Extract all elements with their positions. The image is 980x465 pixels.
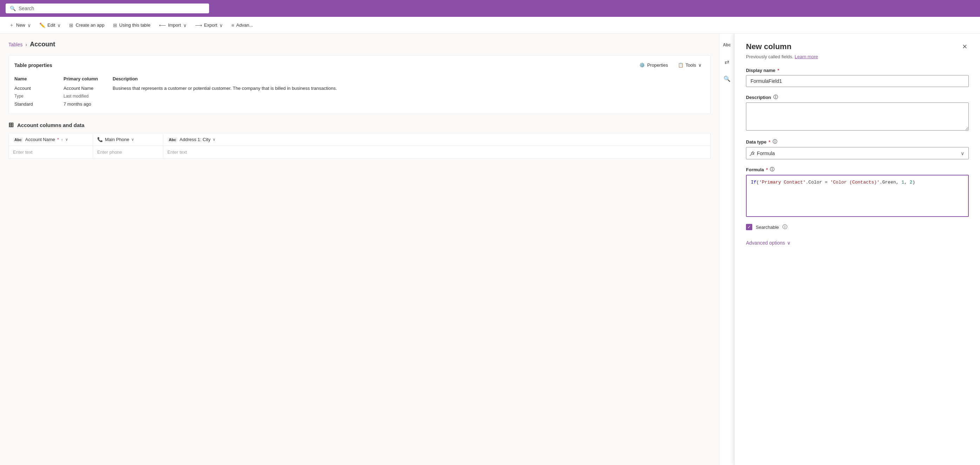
table-row: Standard 7 months ago (14, 100, 705, 108)
tools-button[interactable]: 📋 Tools ∨ (675, 61, 705, 69)
plus-icon: ＋ (9, 22, 14, 29)
panel-subtitle: Previously called fields. Learn more (746, 54, 969, 59)
edit-button[interactable]: ✏️ Edit ∨ (36, 20, 64, 30)
data-type-group: Data type * ⓘ 𝑓𝑥 Formula ∨ (746, 139, 969, 159)
icon-sidebar: Abc ⇄ 🔍 (719, 34, 734, 465)
formula-required: * (766, 167, 768, 172)
formula-editor[interactable]: If('Primary Contact'.Color = 'Color (Con… (746, 175, 969, 217)
col-header-name: Name (14, 75, 64, 84)
cell-enter-text-2[interactable]: Enter text (163, 146, 711, 159)
main-content: Tables › Account Table properties ⚙️ Pro… (0, 34, 980, 465)
searchable-group: ✓ Searchable ⓘ (746, 224, 969, 230)
sort-icon[interactable]: ↑ (61, 138, 63, 142)
row1-primary: Account Name (64, 84, 113, 92)
row3-standard: Standard (14, 100, 64, 108)
formula-text: If('Primary Contact'.Color = 'Color (Con… (751, 180, 915, 185)
import-button[interactable]: ⟵ Import ∨ (156, 20, 190, 30)
phone-icon: 📞 (97, 137, 103, 142)
col-account-name-label: Account Name (25, 137, 55, 142)
data-type-label: Data type * ⓘ (746, 139, 969, 145)
formula-info-icon[interactable]: ⓘ (770, 166, 775, 173)
cell-enter-phone[interactable]: Enter phone (93, 146, 163, 159)
grid-icon: ⊞ (69, 22, 73, 28)
advanced-options-label: Advanced options (746, 240, 785, 246)
required-indicator: * (57, 137, 59, 142)
close-button[interactable]: ✕ (961, 42, 969, 51)
advanced-icon: ≡ (231, 22, 234, 28)
col-header-description: Description (113, 75, 705, 84)
description-input[interactable] (746, 102, 969, 131)
table-properties-card: Table properties ⚙️ Properties 📋 Tools ∨ (8, 55, 711, 114)
abc-badge-2: Abc (167, 137, 178, 142)
export-chevron-icon: ∨ (219, 22, 223, 28)
searchable-checkbox[interactable]: ✓ (746, 224, 752, 230)
cell-enter-text-1[interactable]: Enter text (9, 146, 93, 159)
searchable-info-icon[interactable]: ⓘ (783, 224, 788, 230)
sidebar-abc-icon[interactable]: Abc (721, 39, 733, 51)
row2-type-label: Type (14, 92, 64, 100)
panel-title: New column (746, 42, 792, 51)
display-name-required: * (778, 68, 779, 73)
formula-label: Formula * ⓘ (746, 166, 969, 173)
section-title: Account columns and data (17, 122, 84, 128)
data-type-chevron-icon: ∨ (961, 151, 964, 156)
import-icon: ⟵ (159, 22, 166, 28)
table-header-row: Abc Account Name * ↑ ∨ 📞 Main Phone (9, 133, 711, 146)
breadcrumb-separator: › (25, 42, 27, 48)
check-icon: ✓ (748, 225, 751, 229)
advanced-options-button[interactable]: Advanced options ∨ (746, 237, 969, 248)
col-address-city[interactable]: Abc Address 1: City ∨ (163, 133, 711, 146)
breadcrumb: Tables › Account (8, 41, 711, 48)
table-row: Enter text Enter phone Enter text (9, 146, 711, 159)
import-chevron-icon: ∨ (183, 22, 187, 28)
section-header: ⊞ Account columns and data (8, 121, 711, 129)
new-chevron-icon: ∨ (27, 22, 31, 28)
formula-fx-icon: 𝑓𝑥 (751, 150, 754, 156)
advanced-options-chevron-icon: ∨ (787, 240, 791, 246)
properties-button[interactable]: ⚙️ Properties (636, 61, 671, 69)
sidebar-search-icon[interactable]: 🔍 (721, 73, 733, 84)
learn-more-link[interactable]: Learn more (795, 54, 818, 59)
col-header-primary: Primary column (64, 75, 113, 84)
tools-icon: 📋 (678, 62, 684, 68)
search-container[interactable]: 🔍 Search (6, 3, 209, 13)
advanced-button[interactable]: ≡ Advan... (228, 20, 256, 30)
breadcrumb-current: Account (30, 41, 55, 48)
col-address-label: Address 1: City (180, 137, 210, 142)
export-button[interactable]: ⟶ Export ∨ (192, 20, 227, 30)
export-icon: ⟶ (195, 22, 202, 28)
gear-icon: ⚙️ (639, 62, 645, 68)
display-name-input[interactable] (746, 75, 969, 87)
col-main-phone[interactable]: 📞 Main Phone ∨ (93, 133, 163, 146)
data-type-required: * (769, 139, 770, 145)
description-info-icon[interactable]: ⓘ (773, 94, 778, 100)
searchable-row: ✓ Searchable ⓘ (746, 224, 969, 230)
row2-lastmodified-label: Last modified (64, 92, 113, 100)
edit-chevron-icon: ∨ (57, 22, 61, 28)
col2-chevron-icon[interactable]: ∨ (131, 137, 134, 142)
card-header: Table properties ⚙️ Properties 📋 Tools ∨ (14, 61, 705, 69)
searchable-label: Searchable (756, 225, 779, 230)
data-type-select[interactable]: 𝑓𝑥 Formula ∨ (746, 147, 969, 159)
create-app-button[interactable]: ⊞ Create an app (65, 20, 108, 30)
breadcrumb-parent[interactable]: Tables (8, 42, 22, 48)
using-table-button[interactable]: ⊞ Using this table (110, 20, 154, 30)
data-table: Abc Account Name * ↑ ∨ 📞 Main Phone (8, 133, 711, 159)
properties-table: Name Primary column Description Account … (14, 75, 705, 108)
tools-chevron-icon: ∨ (698, 62, 702, 68)
row1-description: Business that represents a customer or p… (113, 84, 705, 92)
col-account-name[interactable]: Abc Account Name * ↑ ∨ (9, 133, 93, 146)
card-title: Table properties (14, 62, 52, 68)
col3-chevron-icon[interactable]: ∨ (213, 137, 215, 142)
top-bar: 🔍 Search (0, 0, 980, 17)
search-placeholder: Search (19, 6, 34, 11)
data-type-info-icon[interactable]: ⓘ (773, 139, 777, 145)
new-button[interactable]: ＋ New ∨ (6, 20, 34, 30)
table-row: Account Account Name Business that repre… (14, 84, 705, 92)
sidebar-share-icon[interactable]: ⇄ (721, 56, 733, 67)
toolbar: ＋ New ∨ ✏️ Edit ∨ ⊞ Create an app ⊞ Usin… (0, 17, 980, 34)
table-section-icon: ⊞ (8, 121, 14, 129)
abc-badge-1: Abc (13, 137, 23, 142)
col1-chevron-icon[interactable]: ∨ (65, 137, 68, 142)
data-type-value: Formula (757, 151, 775, 156)
